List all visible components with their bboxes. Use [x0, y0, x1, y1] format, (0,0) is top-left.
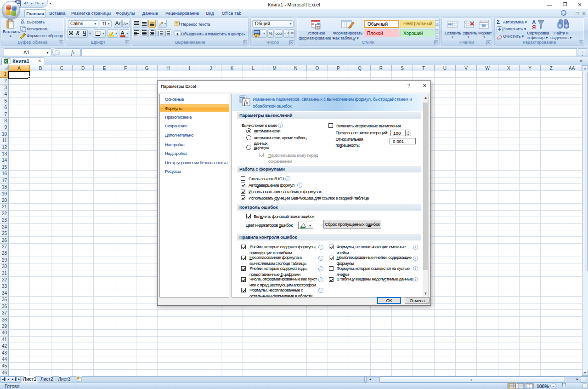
svg-text:55: 55: [316, 25, 320, 29]
svg-text:fx: fx: [244, 99, 249, 106]
svg-text:Я: Я: [532, 24, 536, 30]
svg-text:X: X: [5, 59, 7, 63]
